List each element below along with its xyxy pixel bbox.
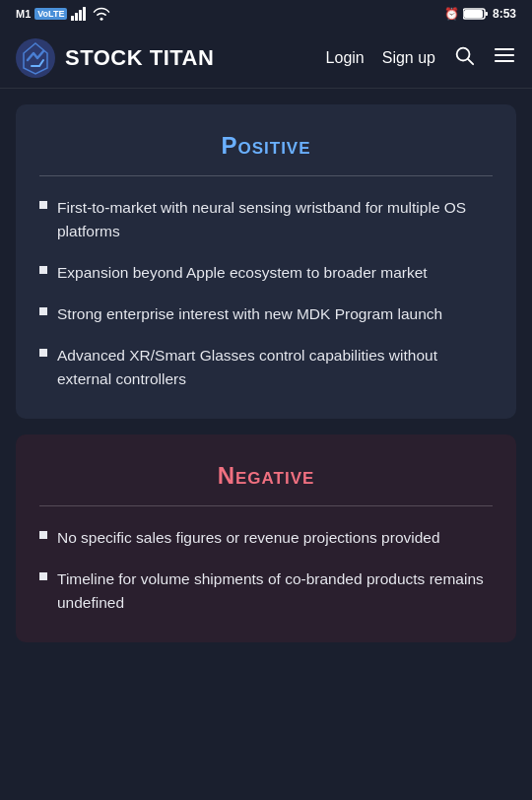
svg-rect-3 [83, 7, 86, 21]
bullet-icon [39, 201, 47, 209]
svg-rect-1 [75, 13, 78, 21]
negative-title: Negative [39, 462, 493, 490]
svg-rect-2 [79, 10, 82, 21]
svg-rect-6 [485, 12, 488, 16]
positive-title: Positive [39, 132, 493, 160]
wifi-icon [93, 7, 110, 21]
svg-point-7 [16, 38, 55, 78]
negative-card: Negative No specific sales figures or re… [16, 434, 516, 642]
list-item: No specific sales figures or revenue pro… [39, 526, 493, 550]
navbar: STOCK TITAN Login Sign up [0, 28, 532, 89]
svg-line-9 [468, 59, 473, 64]
positive-bullet-list: First-to-market with neural sensing wris… [39, 196, 493, 391]
list-item: Timeline for volume shipments of co-bran… [39, 567, 493, 615]
bullet-icon [39, 266, 47, 274]
bullet-icon [39, 307, 47, 315]
nav-links: Login Sign up [326, 43, 516, 72]
brand-name: STOCK TITAN [65, 45, 214, 71]
list-item: Strong enterprise interest with new MDK … [39, 302, 493, 326]
signal-icon [71, 7, 89, 21]
volte-badge: VoLTE [34, 8, 67, 20]
svg-rect-5 [464, 10, 483, 18]
bullet-icon [39, 349, 47, 357]
brand-logo-icon [16, 38, 55, 78]
negative-divider [39, 505, 493, 506]
bullet-text: Timeline for volume shipments of co-bran… [57, 567, 493, 615]
bullet-text: Strong enterprise interest with new MDK … [57, 302, 442, 326]
list-item: Expansion beyond Apple ecosystem to broa… [39, 261, 493, 285]
bullet-text: No specific sales figures or revenue pro… [57, 526, 440, 550]
bullet-text: Advanced XR/Smart Glasses control capabi… [57, 344, 493, 391]
status-left: M1 VoLTE [16, 7, 110, 21]
positive-divider [39, 175, 493, 176]
positive-card: Positive First-to-market with neural sen… [16, 104, 516, 419]
svg-rect-0 [71, 16, 74, 21]
search-icon[interactable] [453, 44, 475, 71]
list-item: Advanced XR/Smart Glasses control capabi… [39, 344, 493, 391]
status-bar: M1 VoLTE ⏰ 8:53 [0, 0, 532, 28]
bullet-icon [39, 531, 47, 539]
brand[interactable]: STOCK TITAN [16, 38, 214, 78]
signup-link[interactable]: Sign up [382, 49, 435, 67]
menu-icon[interactable] [493, 43, 516, 72]
carrier-label: M1 [16, 8, 31, 20]
status-right: ⏰ 8:53 [444, 7, 516, 21]
bullet-text: Expansion beyond Apple ecosystem to broa… [57, 261, 428, 285]
negative-bullet-list: No specific sales figures or revenue pro… [39, 526, 493, 615]
bullet-text: First-to-market with neural sensing wris… [57, 196, 493, 243]
bullet-icon [39, 572, 47, 580]
list-item: First-to-market with neural sensing wris… [39, 196, 493, 243]
main-content: Positive First-to-market with neural sen… [0, 104, 532, 674]
alarm-icon: ⏰ [444, 7, 459, 21]
time-display: 8:53 [493, 7, 516, 21]
battery-icon [463, 7, 489, 21]
login-link[interactable]: Login [326, 49, 365, 67]
